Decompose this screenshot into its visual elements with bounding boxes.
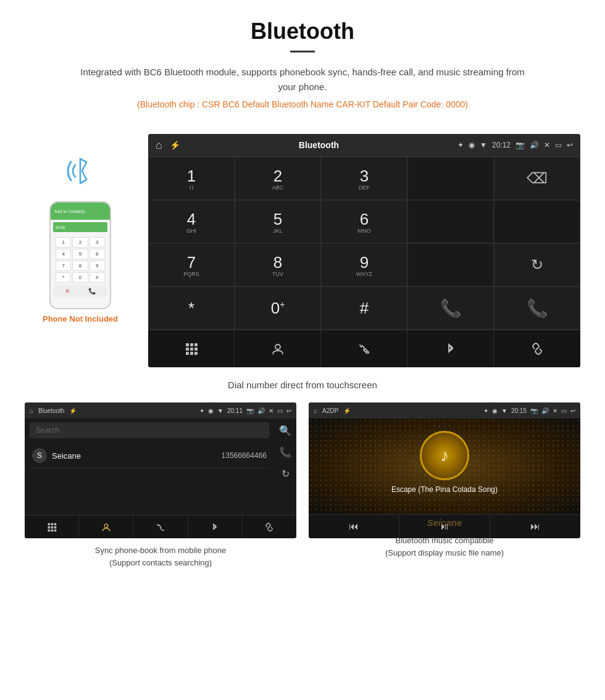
- page-title: Bluetooth: [12, 19, 593, 44]
- dial-display-area: [407, 157, 494, 200]
- mu-window-icon[interactable]: ▭: [561, 407, 567, 414]
- phonebook-content-area: Search S Seicane 13566664466 🔍 📞 ↻: [25, 419, 296, 515]
- mu-usb-icon: ⚡: [343, 407, 351, 414]
- pb-sidebar-refresh-icon[interactable]: ↻: [282, 468, 290, 480]
- pb-toolbar-bluetooth[interactable]: [188, 515, 243, 538]
- pb-back-icon[interactable]: ↩: [286, 407, 291, 414]
- phonebook-main-area: Search S Seicane 13566664466: [25, 419, 274, 515]
- svg-rect-3: [190, 343, 193, 346]
- music-note-icon: ♪: [440, 446, 449, 465]
- dial-row-1: 1 ⌇⌇ 2 ABC 3 DEF ⌫: [148, 156, 580, 200]
- dial-key-6[interactable]: 6 MNO: [321, 200, 407, 243]
- music-content-area: ♪ Escape (The Pina Colada Song): [309, 419, 580, 514]
- phone-top-label: Add to Contacts: [54, 209, 85, 214]
- svg-point-11: [275, 344, 280, 349]
- contact-number: 13566664466: [222, 451, 267, 460]
- search-placeholder: Search: [36, 426, 59, 435]
- svg-rect-15: [54, 523, 56, 525]
- svg-line-0: [80, 159, 86, 162]
- volume-icon: 🔊: [530, 141, 539, 149]
- refresh-key[interactable]: ↻: [494, 243, 580, 286]
- toolbar-bluetooth[interactable]: [407, 330, 494, 367]
- music-card: ⌂ A2DP ⚡ ✦ ◉ ▼ 20:15 📷 🔊 ✕ ▭ ↩: [309, 402, 580, 569]
- svg-rect-19: [48, 530, 50, 532]
- dial-key-hash[interactable]: #: [321, 286, 407, 330]
- home-icon[interactable]: ⌂: [156, 139, 162, 152]
- mu-volume-icon: 🔊: [541, 407, 549, 414]
- pb-toolbar-contacts[interactable]: [79, 515, 133, 538]
- pb-toolbar-dialpad[interactable]: [25, 515, 79, 538]
- pb-time: 20:11: [227, 407, 243, 414]
- dial-key-5[interactable]: 5 JKL: [235, 200, 321, 243]
- bluetooth-waves-icon: [59, 152, 102, 195]
- main-section: Add to Contacts M:00 123 456 789 *0# ✕ 📞…: [0, 128, 605, 373]
- svg-rect-2: [186, 343, 189, 346]
- bluetooth-specs: (Bluetooth chip : CSR BC6 Default Blueto…: [12, 99, 593, 109]
- toolbar-link[interactable]: [494, 330, 580, 367]
- contact-name: Seicane: [52, 451, 222, 460]
- usb-icon: ⚡: [170, 140, 180, 150]
- mu-screen-label: A2DP: [322, 407, 338, 414]
- back-icon[interactable]: ↩: [567, 141, 573, 149]
- pb-sidebar-search-icon[interactable]: 🔍: [279, 425, 291, 436]
- toolbar-contacts[interactable]: [235, 330, 321, 367]
- dial-key-1[interactable]: 1 ⌇⌇: [148, 157, 235, 200]
- pb-location-icon: ◉: [208, 407, 214, 414]
- music-screen: ⌂ A2DP ⚡ ✦ ◉ ▼ 20:15 📷 🔊 ✕ ▭ ↩: [309, 402, 580, 538]
- pb-close-icon[interactable]: ✕: [269, 407, 273, 414]
- pb-window-icon[interactable]: ▭: [277, 407, 283, 414]
- toolbar-phone[interactable]: [321, 330, 407, 367]
- screen-label: Bluetooth: [299, 140, 339, 150]
- toolbar-dialpad[interactable]: [148, 330, 235, 367]
- close-icon[interactable]: ✕: [544, 141, 550, 149]
- pb-screen-label: Bluetooth: [38, 407, 64, 414]
- dial-key-3[interactable]: 3 DEF: [321, 157, 407, 200]
- music-status-bar: ⌂ A2DP ⚡ ✦ ◉ ▼ 20:15 📷 🔊 ✕ ▭ ↩: [309, 402, 580, 419]
- search-bar[interactable]: Search: [30, 422, 269, 438]
- pb-volume-icon: 🔊: [257, 407, 265, 414]
- dial-key-2[interactable]: 2 ABC: [235, 157, 321, 200]
- phonebook-sidebar: 🔍 📞 ↻: [274, 419, 296, 515]
- status-bar-main: ⌂ ⚡ Bluetooth ✦ ◉ ▼ 20:12 📷 🔊 ✕ ▭ ↩: [148, 134, 580, 156]
- dial-key-4[interactable]: 4 GHI: [148, 200, 235, 243]
- bottom-section: ⌂ Bluetooth ⚡ ✦ ◉ ▼ 20:11 📷 🔊 ✕ ▭ ↩: [0, 402, 605, 587]
- mu-signal-icon: ▼: [501, 407, 507, 414]
- mu-back-icon[interactable]: ↩: [570, 407, 575, 414]
- dial-key-9[interactable]: 9 WXYZ: [321, 243, 407, 286]
- dial-key-0[interactable]: 0+: [235, 286, 321, 330]
- pb-home-icon[interactable]: ⌂: [30, 407, 33, 414]
- pb-sidebar-call-icon[interactable]: 📞: [279, 446, 291, 458]
- main-caption: Dial number direct from touchscreen: [0, 373, 605, 402]
- phone-not-included-label: Phone Not Included: [43, 314, 118, 323]
- mu-close-icon[interactable]: ✕: [553, 407, 557, 414]
- window-icon[interactable]: ▭: [555, 141, 562, 149]
- status-left: ⌂ ⚡: [156, 139, 180, 152]
- phone-body: Add to Contacts M:00 123 456 789 *0# ✕ 📞: [49, 201, 111, 309]
- phone-illustration: Add to Contacts M:00 123 456 789 *0# ✕ 📞…: [25, 134, 136, 323]
- dial-empty-3a: [407, 243, 494, 286]
- dial-key-star[interactable]: *: [148, 286, 235, 330]
- svg-rect-16: [48, 527, 50, 529]
- pb-usb-icon: ⚡: [69, 407, 77, 414]
- svg-rect-10: [194, 352, 198, 355]
- svg-point-22: [104, 524, 108, 528]
- call-red-button[interactable]: 📞: [494, 286, 580, 330]
- location-icon: ◉: [469, 141, 475, 149]
- dial-key-7[interactable]: 7 PQRS: [148, 243, 235, 286]
- dial-key-8[interactable]: 8 TUV: [235, 243, 321, 286]
- pb-toolbar-phone[interactable]: [133, 515, 188, 538]
- mu-location-icon: ◉: [492, 407, 498, 414]
- pb-toolbar-link[interactable]: [243, 515, 296, 538]
- svg-rect-8: [186, 352, 189, 355]
- svg-line-12: [536, 348, 538, 350]
- contact-row[interactable]: S Seicane 13566664466: [30, 443, 269, 469]
- phonebook-card: ⌂ Bluetooth ⚡ ✦ ◉ ▼ 20:11 📷 🔊 ✕ ▭ ↩: [25, 402, 296, 569]
- call-green-button[interactable]: 📞: [407, 286, 494, 330]
- svg-rect-4: [194, 343, 198, 346]
- mu-home-icon[interactable]: ⌂: [314, 407, 317, 414]
- svg-rect-17: [51, 527, 53, 529]
- dial-row-3: 7 PQRS 8 TUV 9 WXYZ ↻: [148, 243, 580, 286]
- backspace-key[interactable]: ⌫: [494, 157, 580, 200]
- page-description: Integrated with BC6 Bluetooth module, su…: [71, 65, 534, 94]
- phonebook-status-bar: ⌂ Bluetooth ⚡ ✦ ◉ ▼ 20:11 📷 🔊 ✕ ▭ ↩: [25, 402, 296, 419]
